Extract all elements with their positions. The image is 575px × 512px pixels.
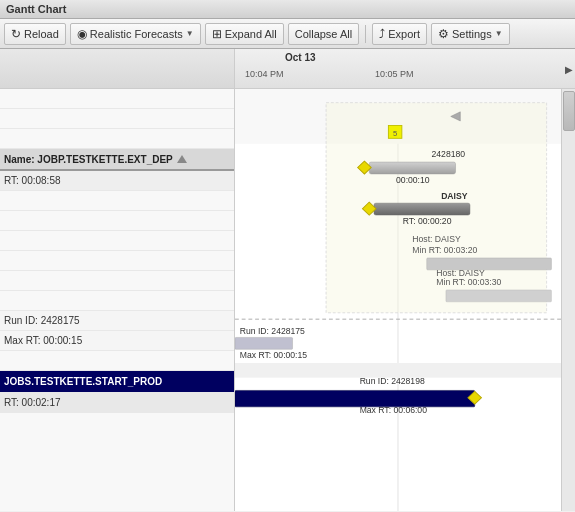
realistic-forecasts-label: Realistic Forecasts: [90, 28, 183, 40]
rt-00-00-20-label: RT: 00:00:20: [403, 216, 452, 226]
left-cell-bottom-rt: RT: 00:02:17: [0, 393, 235, 412]
bottom-rt-label: RT: 00:02:17: [4, 397, 61, 408]
row-11: [0, 291, 234, 311]
run-id-label: Run ID: 2428175: [4, 315, 80, 326]
svg-rect-11: [446, 290, 551, 302]
title-text: Gantt Chart: [6, 3, 67, 15]
realistic-forecasts-icon: ◉: [77, 27, 87, 41]
name-header-row: Name: JOBP.TESTKETTE.EXT_DEP: [0, 149, 234, 171]
svg-text:5: 5: [393, 129, 397, 138]
left-cell-2: [0, 109, 235, 128]
realistic-forecasts-dropdown-arrow: ▼: [186, 29, 194, 38]
reload-label: Reload: [24, 28, 59, 40]
svg-rect-15: [235, 390, 475, 406]
timeline-header-left: [0, 49, 234, 89]
max-rt-label: Max RT: 00:00:15: [4, 335, 82, 346]
max-rt-2428175-label: Max RT: 00:00:15: [240, 351, 308, 361]
min-rt-2-label: Min RT: 00:03:30: [436, 278, 501, 288]
row-9: [0, 251, 234, 271]
min-rt-1-label: Min RT: 00:03:20: [412, 246, 477, 256]
rt-label: RT: 00:08:58: [4, 175, 61, 186]
sort-triangle-icon: [177, 155, 187, 163]
left-cell-3: [0, 129, 235, 148]
name-header-text: Name: JOBP.TESTKETTE.EXT_DEP: [4, 154, 173, 165]
row-10: [0, 271, 234, 291]
run-id-row: Run ID: 2428175: [0, 311, 234, 331]
spacer-row: [0, 351, 234, 371]
settings-label: Settings: [452, 28, 492, 40]
gantt-chart-svg: 5 2428180 00:00:10 DAISY RT: 00:00:20: [235, 89, 561, 511]
scroll-thumb[interactable]: [563, 91, 575, 131]
row-1: [0, 89, 234, 109]
row-7: [0, 211, 234, 231]
max-rt-row: Max RT: 00:00:15: [0, 331, 234, 351]
toolbar: ↻ Reload ◉ Realistic Forecasts ▼ ⊞ Expan…: [0, 19, 575, 49]
run-id-2428175-label: Run ID: 2428175: [240, 326, 305, 336]
timeline-right-arrow-icon[interactable]: ▶: [565, 63, 573, 74]
separator-1: [365, 25, 366, 43]
time2-label: 10:05 PM: [375, 69, 414, 79]
svg-rect-6: [369, 162, 455, 174]
bottom-job-label: JOBS.TESTKETTE.START_PROD: [4, 376, 162, 387]
realistic-forecasts-button[interactable]: ◉ Realistic Forecasts ▼: [70, 23, 201, 45]
date-label: Oct 13: [285, 52, 316, 63]
rt-row: RT: 00:08:58: [0, 171, 234, 191]
collapse-all-label: Collapse All: [295, 28, 352, 40]
svg-rect-13: [235, 337, 293, 349]
reload-button[interactable]: ↻ Reload: [4, 23, 66, 45]
expand-collapse-button[interactable]: ⊞ Expand All: [205, 23, 284, 45]
row-8: [0, 231, 234, 251]
run-id-2428198-label: Run ID: 2428198: [360, 376, 425, 386]
left-cell-bottom-job: JOBS.TESTKETTE.START_PROD: [0, 371, 235, 392]
timeline-header-right: Oct 13 10:04 PM 10:05 PM ▶: [235, 49, 575, 89]
left-cell-max-rt: Max RT: 00:00:15: [0, 331, 235, 350]
time1-label: 10:04 PM: [245, 69, 284, 79]
expand-all-label: Expand All: [225, 28, 277, 40]
daisy-label: DAISY: [441, 191, 468, 201]
export-label: Export: [388, 28, 420, 40]
settings-dropdown-arrow: ▼: [495, 29, 503, 38]
left-cell-run-id: Run ID: 2428175: [0, 311, 235, 330]
time-00-00-10-label: 00:00:10: [396, 175, 430, 185]
collapse-all-button[interactable]: Collapse All: [288, 23, 359, 45]
export-icon: ⤴: [379, 27, 385, 41]
title-bar: Gantt Chart: [0, 0, 575, 19]
gantt-container: Name: JOBP.TESTKETTE.EXT_DEP RT: 00:08:5…: [0, 49, 575, 511]
left-cell-rt: RT: 00:08:58: [0, 171, 235, 190]
run-id-2428180-label: 2428180: [432, 150, 466, 160]
right-panel[interactable]: Oct 13 10:04 PM 10:05 PM ▶ 5: [235, 49, 575, 511]
bottom-rt-row: RT: 00:02:17: [0, 393, 234, 413]
bottom-job-row: JOBS.TESTKETTE.START_PROD: [0, 371, 234, 393]
left-panel: Name: JOBP.TESTKETTE.EXT_DEP RT: 00:08:5…: [0, 49, 235, 511]
row-2: [0, 109, 234, 129]
export-button[interactable]: ⤴ Export: [372, 23, 427, 45]
row-6: [0, 191, 234, 211]
vertical-scrollbar[interactable]: [561, 89, 575, 511]
left-cell-1: [0, 89, 235, 108]
host-daisy-1-label: Host: DAISY: [412, 235, 461, 245]
reload-icon: ↻: [11, 27, 21, 41]
settings-icon: ⚙: [438, 27, 449, 41]
expand-icon: ⊞: [212, 27, 222, 41]
row-3: [0, 129, 234, 149]
settings-button[interactable]: ⚙ Settings ▼: [431, 23, 510, 45]
svg-rect-8: [374, 203, 470, 215]
